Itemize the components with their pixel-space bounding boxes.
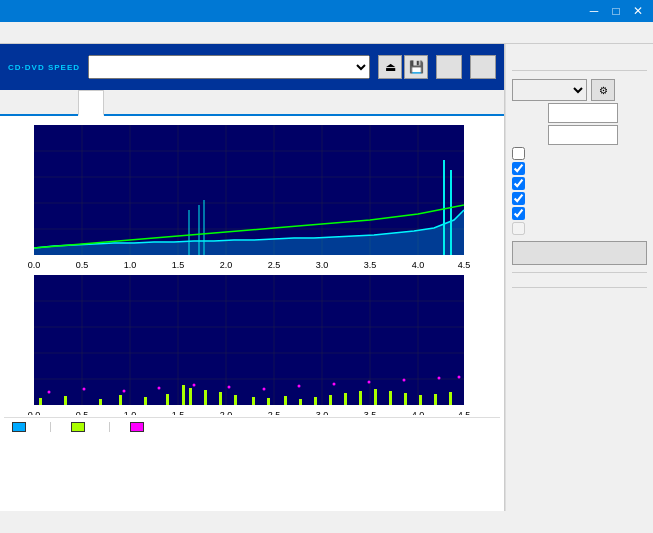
menu-file[interactable] bbox=[4, 31, 20, 35]
svg-text:8: 8 bbox=[469, 200, 474, 210]
svg-text:2.5: 2.5 bbox=[268, 260, 281, 270]
svg-rect-75 bbox=[314, 397, 317, 405]
maximize-button[interactable]: □ bbox=[605, 0, 627, 22]
header-area: CD·DVD SPEED ⏏ 💾 bbox=[0, 44, 504, 90]
svg-point-87 bbox=[123, 390, 126, 393]
svg-rect-83 bbox=[434, 394, 437, 405]
logo-subtitle: CD·DVD SPEED bbox=[8, 63, 80, 72]
menu-extra[interactable] bbox=[36, 31, 52, 35]
close-button[interactable]: ✕ bbox=[627, 0, 649, 22]
pi-failures-title bbox=[71, 422, 89, 432]
jitter-title bbox=[130, 422, 148, 432]
show-c1pie-row bbox=[512, 162, 647, 175]
pi-errors-icon bbox=[12, 422, 26, 432]
minimize-button[interactable]: ─ bbox=[583, 0, 605, 22]
svg-rect-76 bbox=[329, 395, 332, 405]
svg-text:3.0: 3.0 bbox=[316, 410, 329, 415]
start-button[interactable] bbox=[436, 55, 462, 79]
svg-text:0.5: 0.5 bbox=[76, 260, 89, 270]
start-input[interactable] bbox=[548, 103, 618, 123]
end-row bbox=[512, 125, 647, 145]
svg-rect-74 bbox=[299, 399, 302, 405]
svg-text:6: 6 bbox=[469, 324, 474, 334]
tab-disc-info[interactable] bbox=[52, 90, 78, 114]
svg-rect-77 bbox=[344, 393, 347, 405]
tab-benchmark[interactable] bbox=[0, 90, 26, 114]
show-jitter-checkbox[interactable] bbox=[512, 192, 525, 205]
svg-text:1.0: 1.0 bbox=[124, 410, 137, 415]
left-panel: CD·DVD SPEED ⏏ 💾 bbox=[0, 44, 505, 511]
svg-text:2: 2 bbox=[469, 376, 474, 386]
svg-rect-68 bbox=[204, 390, 207, 405]
svg-rect-73 bbox=[284, 396, 287, 405]
show-jitter-row bbox=[512, 192, 647, 205]
show-c2pif-checkbox[interactable] bbox=[512, 177, 525, 190]
right-panel: ⚙ bbox=[505, 44, 653, 511]
svg-text:1.5: 1.5 bbox=[172, 260, 185, 270]
settings-icon-button[interactable]: ⚙ bbox=[591, 79, 615, 101]
svg-text:1.0: 1.0 bbox=[124, 260, 137, 270]
quick-scan-checkbox[interactable] bbox=[512, 147, 525, 160]
main-container: CD·DVD SPEED ⏏ 💾 bbox=[0, 44, 653, 511]
svg-text:4.0: 4.0 bbox=[412, 260, 425, 270]
speed-select[interactable] bbox=[512, 79, 587, 101]
svg-rect-82 bbox=[419, 395, 422, 405]
svg-rect-60 bbox=[39, 398, 42, 405]
divider-settings bbox=[512, 70, 647, 71]
quick-scan-row bbox=[512, 147, 647, 160]
show-c1pie-checkbox[interactable] bbox=[512, 162, 525, 175]
svg-text:8: 8 bbox=[469, 298, 474, 308]
svg-text:4: 4 bbox=[24, 350, 29, 360]
end-input[interactable] bbox=[548, 125, 618, 145]
header-icons: ⏏ 💾 bbox=[378, 55, 428, 79]
titlebar: ─ □ ✕ bbox=[0, 0, 653, 22]
svg-point-92 bbox=[298, 385, 301, 388]
svg-rect-72 bbox=[267, 398, 270, 405]
svg-text:8: 8 bbox=[24, 298, 29, 308]
advanced-button[interactable] bbox=[512, 241, 647, 265]
divider-quality bbox=[512, 272, 647, 273]
menu-help[interactable] bbox=[52, 31, 68, 35]
logo-area: CD·DVD SPEED bbox=[8, 63, 80, 72]
svg-text:1.5: 1.5 bbox=[172, 410, 185, 415]
titlebar-controls: ─ □ ✕ bbox=[583, 0, 649, 22]
start-row bbox=[512, 103, 647, 123]
menu-run-test[interactable] bbox=[20, 31, 36, 35]
tab-create-disc[interactable] bbox=[26, 90, 52, 114]
svg-rect-64 bbox=[144, 397, 147, 405]
pi-errors-title bbox=[12, 422, 30, 432]
exit-button[interactable] bbox=[470, 55, 496, 79]
eject-button[interactable]: ⏏ bbox=[378, 55, 402, 79]
tab-disc-quality[interactable] bbox=[78, 90, 104, 116]
svg-text:3.5: 3.5 bbox=[364, 260, 377, 270]
show-write-checkbox[interactable] bbox=[512, 222, 525, 235]
tab-scan-disc[interactable] bbox=[104, 90, 130, 114]
svg-text:10: 10 bbox=[469, 272, 474, 282]
svg-rect-63 bbox=[119, 395, 122, 405]
charts-area: 50 40 30 20 10 24 16 8 bbox=[0, 116, 504, 511]
svg-rect-67 bbox=[189, 388, 192, 405]
svg-point-86 bbox=[83, 388, 86, 391]
svg-text:0.0: 0.0 bbox=[28, 260, 41, 270]
svg-text:24: 24 bbox=[469, 122, 474, 132]
svg-text:4.0: 4.0 bbox=[412, 410, 425, 415]
drive-selector[interactable] bbox=[88, 55, 370, 79]
legend-pi-failures bbox=[71, 422, 89, 432]
menubar bbox=[0, 22, 653, 44]
svg-text:30: 30 bbox=[19, 174, 29, 184]
save-button[interactable]: 💾 bbox=[404, 55, 428, 79]
svg-point-85 bbox=[48, 391, 51, 394]
svg-text:0.5: 0.5 bbox=[76, 410, 89, 415]
svg-rect-62 bbox=[99, 399, 102, 405]
divider-1 bbox=[50, 422, 51, 432]
divider-2 bbox=[109, 422, 110, 432]
svg-point-90 bbox=[228, 386, 231, 389]
svg-rect-80 bbox=[389, 391, 392, 405]
charts-svg: 50 40 30 20 10 24 16 8 bbox=[4, 120, 474, 415]
svg-rect-65 bbox=[166, 394, 169, 405]
show-read-row bbox=[512, 207, 647, 220]
show-read-checkbox[interactable] bbox=[512, 207, 525, 220]
svg-point-95 bbox=[403, 379, 406, 382]
svg-point-97 bbox=[458, 376, 461, 379]
tabs bbox=[0, 90, 504, 116]
